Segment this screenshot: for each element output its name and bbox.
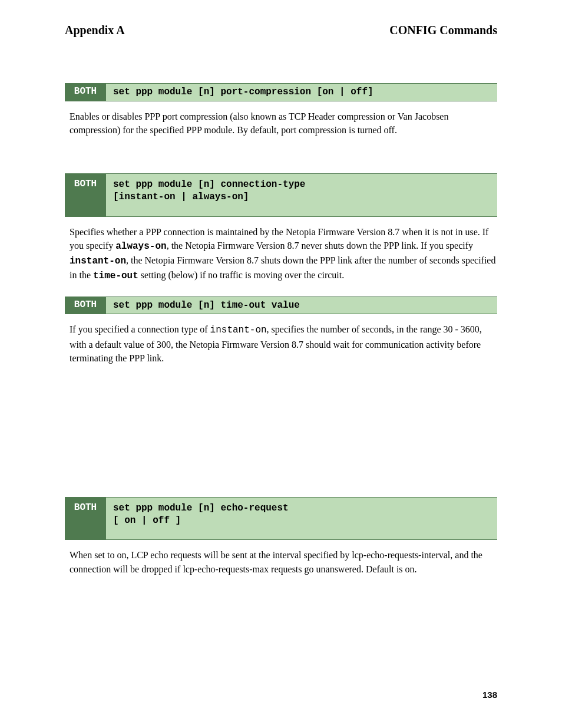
command-syntax: set ppp module [n] echo-request[ on | of… [106,498,497,540]
command-block: BOTH set ppp module [n] port-compression… [65,83,497,101]
page-number: 138 [482,690,497,700]
command-description: When set to on, LCP echo requests will b… [70,548,497,575]
header-left: Appendix A [65,24,125,37]
command-syntax: set ppp module [n] port-compression [on … [106,84,497,101]
command-description: Specifies whether a PPP connection is ma… [70,225,497,284]
header-right: CONFIG Commands [389,24,497,37]
command-block: BOTH set ppp module [n] time-out value [65,297,497,315]
command-syntax: set ppp module [n] time-out value [106,297,497,314]
platform-tag: BOTH [65,297,106,314]
command-description: Enables or disables PPP port compression… [70,110,497,137]
command-syntax: set ppp module [n] connection-type[insta… [106,174,497,216]
command-block: BOTH set ppp module [n] echo-request[ on… [65,497,497,541]
command-block: BOTH set ppp module [n] connection-type[… [65,173,497,217]
platform-tag: BOTH [65,174,106,216]
command-description: If you specified a connection type of in… [70,322,497,365]
platform-tag: BOTH [65,84,106,101]
platform-tag: BOTH [65,498,106,540]
